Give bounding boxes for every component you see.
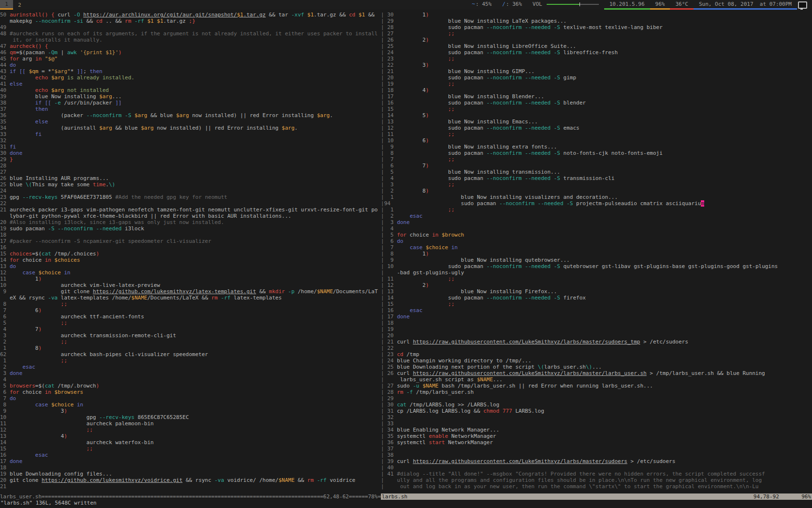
workspace-button-1[interactable]: 1 xyxy=(0,0,13,10)
code-row: 7 6) xyxy=(0,307,381,314)
code-row: | 9 blue Now installing qutebrowser... xyxy=(381,257,812,263)
code-row: | 6 7) xyxy=(381,163,812,169)
code-row: | 30 1) xyxy=(381,12,812,18)
volume-label: VOL xyxy=(533,1,542,7)
code-row: | 1 ;; xyxy=(381,207,812,213)
code-row: 2 ;; xyxy=(0,339,381,345)
code-row: 19 sudo pacman -S --noconfirm --needed i… xyxy=(0,225,381,232)
statusline-right-ruler: 94,78-92 xyxy=(754,493,779,500)
code-row: 10 aurcheck vim-live-latex-preview xyxy=(0,282,381,288)
temperature-label: 36°C xyxy=(675,1,688,7)
code-row: | ully and all the programs and configur… xyxy=(381,477,812,483)
code-row: | 2 esac xyxy=(381,213,812,219)
code-row: 21 xyxy=(0,483,381,490)
code-row: | 2 8) xyxy=(381,188,812,194)
code-row: it, or installs it manually. xyxy=(0,37,381,43)
code-row: 17 #packer --noconfirm -S ncpamixer-git … xyxy=(0,238,381,244)
code-row: | 25 blue Now installing LibreOffice Sui… xyxy=(381,43,812,49)
right-pane-larbs-sh[interactable]: | 30 1)| 29 blue Now installing LaTeX pa… xyxy=(381,12,812,493)
workspace-button-2[interactable]: 2 xyxy=(13,0,26,10)
code-row: | 24 blue Changin working directory to /… xyxy=(381,358,812,364)
code-row: | 8 1) xyxy=(381,251,812,257)
code-row: 4 xyxy=(0,376,381,383)
code-row: | 27 ;; xyxy=(381,30,812,37)
code-row: |94 sudo pacman --noconfirm --needed -S … xyxy=(381,200,812,207)
code-row: | 24 sudo pacman --noconfirm --needed -S… xyxy=(381,49,812,56)
code-row: | 13 blue Now installing Firefox... xyxy=(381,288,812,295)
code-row: 15 ;; xyxy=(0,446,381,452)
code-row: 12 case $choice in xyxy=(0,269,381,276)
status-item-root-usage: /: 36% xyxy=(497,0,527,10)
vim-statusline: larbs_user.sh ==========================… xyxy=(0,493,812,500)
code-row: 17 done xyxy=(0,458,381,464)
code-row: | 10 sudo pacman --noconfirm --needed -S… xyxy=(381,263,812,269)
code-row: | 5 for choice in $browch xyxy=(381,232,812,238)
code-row: | 23 ;; xyxy=(381,56,812,62)
code-row: 6 aurcheck ttf-ancient-fonts xyxy=(0,314,381,320)
code-row: 14 for choice in $choices xyxy=(0,257,381,263)
code-row: 24 xyxy=(0,188,381,194)
code-row: 4 7) xyxy=(0,326,381,332)
code-row: | 12 sudo pacman --noconfirm --needed -S… xyxy=(381,125,812,131)
status-item-ip-address: 10.201.5.96 xyxy=(604,0,650,10)
code-row: | 9 blue Now installing extra fonts... xyxy=(381,144,812,150)
code-row: | 21 curl https://raw.githubusercontent.… xyxy=(381,339,812,345)
code-row: 15 choices=$(cat /tmp/.choices) xyxy=(0,251,381,257)
code-row: 37 then xyxy=(0,106,381,112)
workspace-switcher: 12 xyxy=(0,0,26,10)
status-item-volume: VOL xyxy=(527,0,604,10)
code-row: | 18 4) xyxy=(381,87,812,93)
code-row: | -bad gst-plugins-ugly xyxy=(381,269,812,276)
code-row: | 22 xyxy=(381,345,812,351)
code-row: | 15 ;; xyxy=(381,106,812,112)
home-usage-icon: ~ xyxy=(472,1,475,7)
code-row: 21 aurcheck packer i3-gaps vim-pathogen … xyxy=(0,207,381,213)
code-row: 46 qm=$(pacman -Qm | awk '{print $1}') xyxy=(0,49,381,56)
code-row: 20 #Also installing i3lock, since i3-gap… xyxy=(0,219,381,225)
code-row: 45 for arg in "$@" xyxy=(0,56,381,62)
code-row: makepkg --noconfirm -si && cd .. && rm -… xyxy=(0,18,381,24)
code-row: 11 1) xyxy=(0,276,381,282)
vim-command-line: "larbs.sh" 136L, 5648C written xyxy=(0,500,812,506)
code-row: | 4 sudo pacman --noconfirm --needed -S … xyxy=(381,175,812,181)
root-usage-icon: / xyxy=(502,1,506,7)
code-row: | 14 sudo pacman --noconfirm --needed -S… xyxy=(381,295,812,301)
code-row: | 11 ;; xyxy=(381,131,812,137)
code-row: | 4 xyxy=(381,225,812,232)
code-row: | 39 curl https://raw.githubusercontent.… xyxy=(381,458,812,464)
code-row: 13 do xyxy=(0,263,381,269)
code-row: 11 aurcheck palemoon-bin xyxy=(0,420,381,427)
statusline-left-midfill: ====== xyxy=(349,493,368,500)
code-row: eX && rsync -va latex-templates /home/$N… xyxy=(0,295,381,301)
left-pane-larbs-user-sh[interactable]: 50 aurinstall() { curl -O https://aur.ar… xyxy=(0,12,381,493)
code-row: 41 else xyxy=(0,81,381,87)
datetime-label: Sun, Oct 08, 2017 at 07:00PM xyxy=(699,1,792,7)
code-row: 28 xyxy=(0,163,381,169)
code-row: 62 aurcheck bash-pipes cli-visualizer sp… xyxy=(0,351,381,358)
code-row: | 3 done xyxy=(381,219,812,225)
volume-slider-knob[interactable] xyxy=(580,2,580,6)
code-row: | 31 cp /LARBS.log LARBS.log && chmod 77… xyxy=(381,408,812,414)
code-row: 25 blue \(This may take some time.\) xyxy=(0,181,381,188)
code-row: 9 3) xyxy=(0,408,381,414)
code-row: 40 echo $arg not installed xyxy=(0,87,381,93)
code-row: | 28 sudo pacman --noconfirm --needed -S… xyxy=(381,24,812,30)
code-row: | 17 blue Now installing Blender... xyxy=(381,93,812,100)
code-row: | 25 blue Downloading next portion of th… xyxy=(381,364,812,370)
code-row: | 32 xyxy=(381,414,812,420)
code-row: | 12 2) xyxy=(381,282,812,288)
code-row: | 20 xyxy=(381,332,812,339)
code-row: | 23 cd /tmp xyxy=(381,351,812,358)
code-row: | 7 case $choice in xyxy=(381,244,812,251)
code-row: 30 done xyxy=(0,150,381,156)
volume-slider[interactable] xyxy=(547,4,599,5)
statusline-right-spacer xyxy=(407,493,754,500)
code-row: | 27 sudo -u $NAME bash /tmp/larbs_user.… xyxy=(381,383,812,389)
code-row: | out and log back in as your new user, … xyxy=(381,483,812,490)
code-row: | 21 blue Now installing GIMP... xyxy=(381,68,812,75)
code-row: 43 if [[ $qm = *"$arg"* ]]; then xyxy=(0,68,381,75)
computer-monitor-icon xyxy=(798,1,807,9)
code-row: 5 browsers=$(cat /tmp/.browch) xyxy=(0,383,381,389)
statusline-left-tail: = xyxy=(377,493,381,500)
code-row: | 28 rm -f /tmp/larbs_user.sh xyxy=(381,389,812,395)
